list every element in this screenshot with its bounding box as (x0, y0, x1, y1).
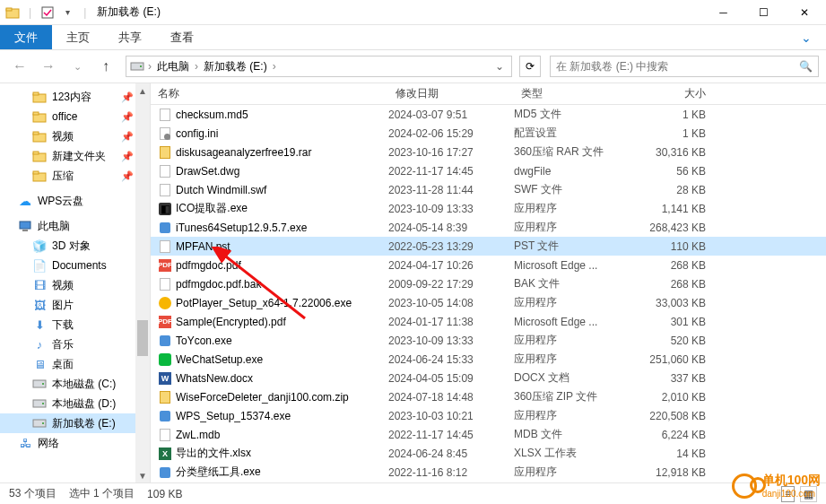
checkbox-checked-icon[interactable] (40, 5, 55, 20)
chevron-right-icon[interactable]: › (146, 60, 153, 73)
drive-icon (32, 416, 47, 430)
file-name: ICO提取器.exe (176, 201, 388, 216)
file-row[interactable]: ToYcon.exe2023-10-09 13:33应用程序520 KB (151, 331, 826, 350)
close-button[interactable]: ✕ (784, 0, 824, 25)
selection-count: 选中 1 个项目 (69, 486, 135, 501)
file-row[interactable]: 分类壁纸工具.exe2022-11-16 8:12应用程序12,918 KB (151, 463, 826, 482)
tree-item[interactable]: 🖧网络 (0, 433, 150, 453)
file-row[interactable]: PotPlayer_Setup_x64-1.7.22006.exe2023-10… (151, 293, 826, 312)
tree-item[interactable]: office📌 (0, 107, 150, 126)
file-size: 220,508 KB (630, 410, 720, 422)
file-icon: PDF (158, 258, 172, 273)
tree-item[interactable]: 🖥桌面 (0, 354, 150, 374)
tab-home[interactable]: 主页 (52, 25, 104, 49)
file-row[interactable]: config.ini2024-02-06 15:29配置设置1 KB (151, 124, 826, 143)
file-icon (158, 390, 172, 404)
minimize-button[interactable]: ─ (703, 0, 743, 25)
tree-item[interactable]: 视频📌 (0, 126, 150, 146)
tree-item-label: 3D 对象 (52, 239, 91, 254)
file-size: 251,060 KB (630, 353, 720, 366)
tab-view[interactable]: 查看 (156, 25, 208, 49)
recent-locations-button[interactable]: ⌄ (65, 54, 90, 79)
tree-item[interactable]: 压缩📌 (0, 166, 150, 186)
file-tab[interactable]: 文件 (0, 25, 52, 49)
tree-item[interactable]: 📄Documents (0, 256, 150, 275)
breadcrumb-dropdown-button[interactable]: ⌄ (490, 60, 509, 73)
search-input[interactable]: 在 新加载卷 (E:) 中搜索 🔍 (550, 56, 819, 77)
file-date: 2024-03-07 9:51 (388, 109, 514, 121)
file-list[interactable]: checksum.md52024-03-07 9:51MD5 文件1 KBcon… (151, 105, 826, 482)
tree-item[interactable]: 新加载卷 (E:) (0, 413, 150, 433)
file-type: MDB 文件 (514, 427, 630, 442)
file-name: PotPlayer_Setup_x64-1.7.22006.exe (176, 297, 388, 309)
back-button[interactable]: ← (7, 54, 32, 79)
file-type: 应用程序 (514, 295, 630, 310)
file-row[interactable]: ◧ICO提取器.exe2023-10-09 13:33应用程序1,141 KB (151, 199, 826, 218)
chevron-right-icon[interactable]: › (193, 60, 200, 73)
file-date: 2024-01-17 11:38 (388, 316, 514, 328)
col-name[interactable]: 名称 (151, 86, 388, 101)
tree-item[interactable]: 本地磁盘 (C:) (0, 374, 150, 394)
tree-item[interactable]: 123内容📌 (0, 87, 150, 107)
tab-share[interactable]: 共享 (104, 25, 156, 49)
file-row[interactable]: WPS_Setup_15374.exe2023-10-03 10:21应用程序2… (151, 406, 826, 425)
svg-rect-16 (22, 230, 28, 231)
file-row[interactable]: X导出的文件.xlsx2024-06-24 8:45XLSX 工作表14 KB (151, 444, 826, 463)
file-row[interactable]: PDFpdfmgdoc.pdf2024-04-17 10:26Microsoft… (151, 256, 826, 274)
tree-item[interactable]: ☁WPS云盘 (0, 191, 150, 211)
svg-rect-4 (140, 65, 142, 67)
tree-scrollbar[interactable]: ▲▼ (135, 83, 150, 482)
file-row[interactable]: Dutch Windmill.swf2023-11-28 11:44SWF 文件… (151, 180, 826, 199)
file-row[interactable]: diskusageanalyzerfree19.rar2023-10-16 17… (151, 143, 826, 161)
selection-size: 109 KB (147, 488, 182, 500)
file-name: checksum.md5 (176, 109, 388, 121)
col-size[interactable]: 大小 (630, 86, 720, 101)
help-button[interactable]: ⌄ (787, 25, 826, 49)
watermark-url: danji100.com (762, 489, 821, 499)
tree-item-label: office (52, 110, 77, 123)
file-row[interactable]: pdfmgdoc.pdf.bak2009-09-22 17:29BAK 文件26… (151, 274, 826, 293)
tree-item-label: 压缩 (52, 169, 74, 184)
tree-item[interactable]: 新建文件夹📌 (0, 146, 150, 166)
file-size: 520 KB (630, 335, 720, 347)
breadcrumb[interactable]: › 此电脑 › 新加载卷 (E:) › ⌄ (126, 56, 512, 77)
refresh-button[interactable]: ⟳ (519, 56, 541, 77)
file-row[interactable]: DrawSet.dwg2022-11-17 14:45dwgFile56 KB (151, 161, 826, 180)
file-row[interactable]: WWhatsNew.docx2024-04-05 15:09DOCX 文档337… (151, 369, 826, 387)
tree-item[interactable]: 🎞视频 (0, 275, 150, 295)
search-icon[interactable]: 🔍 (799, 60, 813, 73)
file-icon: ◧ (158, 202, 172, 216)
file-date: 2024-07-18 14:48 (388, 391, 514, 404)
breadcrumb-seg-pc[interactable]: 此电脑 (153, 59, 193, 74)
col-type[interactable]: 类型 (514, 86, 630, 101)
file-row[interactable]: PDFSample(Encrypted).pdf2024-01-17 11:38… (151, 312, 826, 331)
maximize-button[interactable]: ☐ (743, 0, 784, 25)
forward-button[interactable]: → (36, 54, 61, 79)
breadcrumb-seg-drive[interactable]: 新加载卷 (E:) (200, 59, 271, 74)
chevron-down-icon[interactable]: ▾ (60, 5, 74, 20)
file-row[interactable]: WeChatSetup.exe2024-06-24 15:33应用程序251,0… (151, 350, 826, 369)
file-row[interactable]: WiseForceDeleter_danji100.com.zip2024-07… (151, 387, 826, 406)
tree-item[interactable]: 🖼图片 (0, 295, 150, 315)
nav-tree[interactable]: 123内容📌office📌视频📌新建文件夹📌压缩📌☁WPS云盘此电脑🧊3D 对象… (0, 83, 151, 482)
pin-icon: 📌 (121, 151, 134, 162)
tree-item[interactable]: 本地磁盘 (D:) (0, 394, 150, 413)
file-name: MPFAN.pst (176, 240, 388, 253)
file-date: 2022-11-17 14:45 (388, 429, 514, 441)
chevron-right-icon[interactable]: › (271, 60, 278, 73)
svg-rect-2 (42, 7, 53, 18)
col-date[interactable]: 修改日期 (388, 86, 514, 101)
drive-icon (32, 377, 47, 391)
file-row[interactable]: ZwL.mdb2022-11-17 14:45MDB 文件6,224 KB (151, 425, 826, 444)
tree-item[interactable]: ⬇下载 (0, 315, 150, 335)
file-icon (158, 108, 172, 122)
file-row[interactable]: MPFAN.pst2022-05-23 13:29PST 文件110 KB (151, 237, 826, 256)
tree-item[interactable]: 🧊3D 对象 (0, 236, 150, 256)
tree-item[interactable]: 此电脑 (0, 216, 150, 236)
tree-item[interactable]: ♪音乐 (0, 335, 150, 354)
file-icon (158, 277, 172, 291)
folder-icon (32, 90, 47, 104)
file-row[interactable]: iTunes64Setup12.9.5.7.exe2024-05-14 8:39… (151, 218, 826, 237)
up-button[interactable]: ↑ (93, 54, 118, 79)
file-row[interactable]: checksum.md52024-03-07 9:51MD5 文件1 KB (151, 105, 826, 124)
